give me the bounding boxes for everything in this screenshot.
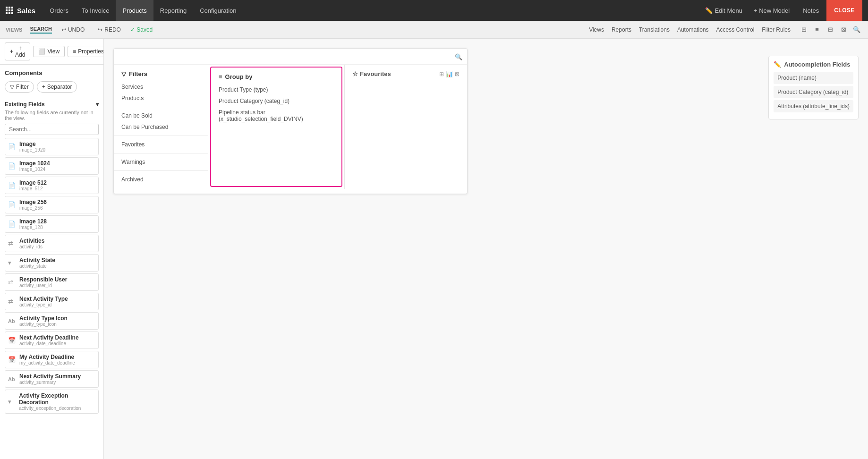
field-activities[interactable]: ⇄ Activities activity_ids bbox=[5, 235, 99, 252]
field-my-activity-deadline[interactable]: 📅 My Activity Deadline my_activity_date_… bbox=[5, 351, 99, 368]
ab2-icon: Ab bbox=[8, 376, 16, 382]
svg-rect-5 bbox=[11, 9, 13, 11]
undo-icon: ↩ bbox=[61, 26, 66, 33]
svg-rect-2 bbox=[11, 7, 13, 8]
search-small-icon[interactable]: 🔍 bbox=[851, 24, 862, 35]
ab-icon: Ab bbox=[8, 318, 16, 324]
autocomp-product-name[interactable]: Product (name) bbox=[774, 72, 853, 84]
filter-warnings[interactable]: Warnings bbox=[114, 156, 208, 168]
list-view-icon[interactable]: ≡ bbox=[811, 24, 823, 35]
grid-view-icon[interactable]: ⊟ bbox=[825, 24, 836, 35]
groupby-product-category[interactable]: Product Category (categ_id) bbox=[211, 95, 341, 107]
field-activity-type-icon[interactable]: Ab Activity Type Icon activity_type_icon bbox=[5, 312, 99, 330]
autocomp-product-category[interactable]: Product Category (categ_id) bbox=[774, 86, 853, 98]
automations-link[interactable]: Automations bbox=[677, 26, 709, 33]
edit-menu-button[interactable]: ✏️ Edit Menu bbox=[699, 7, 748, 14]
calendar-icon: 📅 bbox=[8, 337, 16, 344]
autocomp-attributes[interactable]: Attributes (attribute_line_ids) bbox=[774, 100, 853, 112]
field-next-activity-summary[interactable]: Ab Next Activity Summary activity_summar… bbox=[5, 370, 99, 388]
field-image[interactable]: 📄 Image image_1920 bbox=[5, 138, 99, 155]
field-responsible-user[interactable]: ⇄ Responsible User activity_user_id bbox=[5, 273, 99, 291]
svg-rect-1 bbox=[9, 7, 10, 8]
fav-icon-2[interactable]: 📊 bbox=[446, 71, 453, 77]
check-icon: ✓ bbox=[130, 26, 136, 33]
filter-funnel-icon: ▽ bbox=[121, 70, 126, 77]
fields-list: 📄 Image image_1920 📄 Image 1024 image_10… bbox=[5, 138, 99, 414]
kanban-view-icon[interactable]: ⊞ bbox=[798, 24, 809, 35]
saved-status: ✓ Saved bbox=[130, 26, 153, 33]
svg-rect-3 bbox=[6, 9, 8, 11]
top-navigation: Sales Orders To Invoice Products Reporti… bbox=[0, 0, 868, 21]
translations-link[interactable]: Translations bbox=[639, 26, 670, 33]
filter-products[interactable]: Products bbox=[114, 93, 208, 104]
groupby-column: ≡ Group by Product Type (type) Product C… bbox=[210, 67, 342, 187]
undo-button[interactable]: ↩ UNDO bbox=[58, 25, 88, 34]
doc-icon-3: 📄 bbox=[8, 182, 16, 189]
view-button[interactable]: ⬜ View bbox=[33, 46, 65, 57]
arrows-icon: ⇄ bbox=[8, 240, 16, 247]
plus-small-icon: + bbox=[42, 84, 45, 90]
filter-can-be-purchased[interactable]: Can be Purchased bbox=[114, 121, 208, 133]
chart-view-icon[interactable]: ⊠ bbox=[838, 24, 849, 35]
fav-icon-3[interactable]: ⊠ bbox=[455, 71, 460, 77]
new-model-button[interactable]: + New Model bbox=[748, 7, 795, 14]
canvas: 🔍 ▽ Filters Services Products Can be Sol… bbox=[104, 39, 868, 459]
svg-rect-8 bbox=[11, 12, 13, 14]
filter-favorites[interactable]: Favorites bbox=[114, 139, 208, 150]
field-next-activity-type[interactable]: ⇄ Next Activity Type activity_type_id bbox=[5, 293, 99, 310]
redo-button[interactable]: ↪ REDO bbox=[94, 25, 125, 34]
groupby-pipeline-status[interactable]: Pipeline status bar (x_studio_selection_… bbox=[211, 107, 341, 125]
nav-configuration[interactable]: Configuration bbox=[193, 0, 243, 21]
search-magnifier-icon[interactable]: 🔍 bbox=[455, 53, 462, 60]
field-next-activity-deadline[interactable]: 📅 Next Activity Deadline activity_date_d… bbox=[5, 332, 99, 349]
fav-icon-1[interactable]: ⊞ bbox=[439, 71, 444, 77]
activity-type-icon: ⇄ bbox=[8, 298, 16, 305]
sidebar: + + Add ⬜ View ≡ Properties Components ▽… bbox=[0, 39, 104, 459]
field-image-512[interactable]: 📄 Image 512 image_512 bbox=[5, 177, 99, 194]
reports-link[interactable]: Reports bbox=[612, 26, 631, 33]
field-image-1024[interactable]: 📄 Image 1024 image_1024 bbox=[5, 157, 99, 175]
divider-2 bbox=[114, 136, 208, 136]
existing-fields-title: Existing Fields ▾ bbox=[5, 101, 99, 108]
star-icon: ☆ bbox=[352, 70, 358, 77]
nav-products[interactable]: Products bbox=[116, 0, 153, 21]
field-search-input[interactable] bbox=[5, 124, 99, 135]
filter-archived[interactable]: Archived bbox=[114, 174, 208, 185]
favorites-header: ☆ Favourites ⊞ 📊 ⊠ bbox=[345, 68, 467, 81]
separator-component[interactable]: + Separator bbox=[37, 81, 77, 93]
nav-reporting[interactable]: Reporting bbox=[153, 0, 193, 21]
field-activity-exception-decoration[interactable]: ▾ Activity Exception Decoration activity… bbox=[5, 390, 99, 414]
filter-rules-link[interactable]: Filter Rules bbox=[762, 26, 791, 33]
components-title: Components bbox=[5, 69, 99, 76]
field-activity-state[interactable]: ▾ Activity State activity_state bbox=[5, 254, 99, 272]
filter-can-be-sold[interactable]: Can be Sold bbox=[114, 110, 208, 121]
nav-to-invoice[interactable]: To Invoice bbox=[75, 0, 116, 21]
redo-icon: ↪ bbox=[98, 26, 102, 33]
views-link[interactable]: Views bbox=[589, 26, 604, 33]
autocompletion-section: ✏️ Autocompletion Fields Product (name) … bbox=[768, 56, 859, 119]
close-button[interactable]: CLOSE bbox=[826, 0, 862, 21]
properties-button[interactable]: ≡ Properties bbox=[68, 46, 104, 57]
nav-orders[interactable]: Orders bbox=[43, 0, 75, 21]
access-control-link[interactable]: Access Control bbox=[716, 26, 755, 33]
filters-title: ▽ Filters bbox=[114, 68, 208, 81]
view-icon-sidebar: ⬜ bbox=[38, 48, 45, 55]
chevron-down-icon[interactable]: ▾ bbox=[96, 101, 99, 108]
existing-fields-section: Existing Fields ▾ The following fields a… bbox=[0, 101, 103, 420]
svg-rect-6 bbox=[6, 12, 8, 14]
filter-services[interactable]: Services bbox=[114, 81, 208, 93]
nav-menu: Orders To Invoice Products Reporting Con… bbox=[43, 0, 699, 21]
view-type-switcher: ⊞ ≡ ⊟ ⊠ 🔍 bbox=[798, 24, 862, 35]
filter-component[interactable]: ▽ Filter bbox=[5, 81, 34, 93]
nav-right: ✏️ Edit Menu + New Model Notes CLOSE bbox=[699, 0, 862, 21]
field-image-128[interactable]: 📄 Image 128 image_128 bbox=[5, 215, 99, 233]
field-image-256[interactable]: 📄 Image 256 image_256 bbox=[5, 196, 99, 213]
app-grid-icon[interactable] bbox=[6, 7, 13, 14]
svg-rect-7 bbox=[9, 12, 10, 14]
filter-icon: ▽ bbox=[10, 84, 14, 90]
doc-icon-4: 📄 bbox=[8, 201, 16, 208]
notes-button[interactable]: Notes bbox=[795, 0, 826, 21]
search-tab[interactable]: SEARCH bbox=[30, 26, 51, 34]
groupby-product-type[interactable]: Product Type (type) bbox=[211, 84, 341, 95]
add-component-button[interactable]: + + Add bbox=[5, 42, 30, 60]
